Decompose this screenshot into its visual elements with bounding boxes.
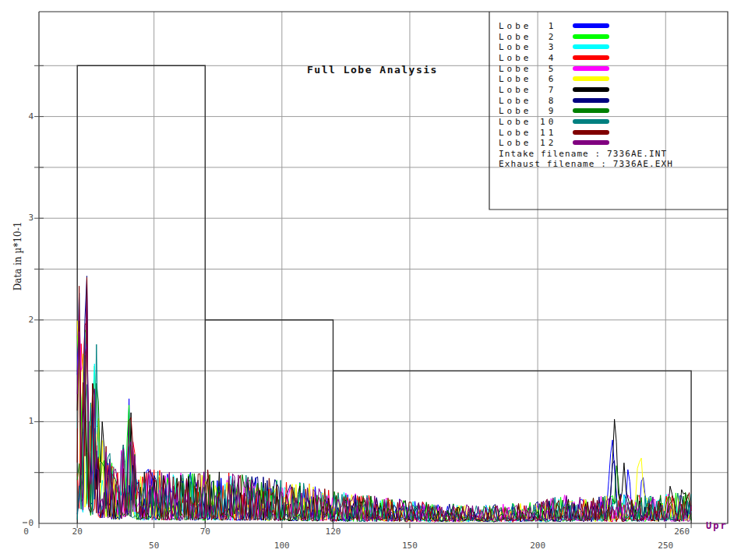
y-tick-label: 2 [15, 315, 34, 325]
x-axis-title: Upr [706, 520, 728, 531]
legend-item-label: Lobe 3 [499, 42, 556, 52]
y-tick-label: 0 [15, 518, 34, 528]
legend-item-label: Lobe 4 [499, 53, 556, 63]
x-tick-label: 260 [666, 527, 697, 537]
y-tick-label: 1 [15, 416, 34, 426]
legend-item-label: Lobe 6 [499, 74, 556, 84]
x-tick-label: 100 [266, 541, 298, 551]
x-tick-label: 120 [317, 527, 348, 537]
legend-item-label: Lobe 12 [499, 138, 556, 148]
plot-border [39, 12, 728, 523]
legend-item-label: Lobe 8 [499, 96, 556, 106]
series-line-lobe-8 [77, 276, 691, 522]
legend-color-bar [573, 44, 609, 49]
exhaust-filename-text: Exhaust filename : 7336AE.EXH [499, 159, 673, 169]
legend-color-bar [573, 119, 609, 124]
legend-color-bar [573, 130, 609, 135]
legend-item-label: Lobe 10 [499, 117, 556, 127]
legend-item-label: Lobe 9 [499, 106, 556, 116]
intake-filename-text: Intake filename : 7336AE.INT [499, 149, 667, 159]
y-axis-title: Data in µ*10-1 [12, 213, 23, 299]
y-tick-label: 4 [15, 111, 34, 122]
x-tick-label: 70 [189, 527, 221, 537]
legend-item-label: Lobe 7 [499, 85, 556, 95]
x-tick-label: 20 [62, 527, 93, 537]
legend-color-bar [573, 108, 609, 113]
chart-window: Full Lobe Analysis Data in µ*10-1 Upr Lo… [0, 0, 748, 560]
series-line-lobe-2 [77, 330, 691, 522]
legend-color-bar [573, 66, 609, 71]
legend-color-bar [573, 98, 609, 103]
legend-item-label: Lobe 2 [499, 32, 556, 42]
legend-item-label: Lobe 11 [499, 128, 556, 138]
y-tick-label: 3 [15, 213, 34, 223]
legend-color-bar [573, 87, 609, 92]
legend-color-bar [573, 55, 609, 60]
legend-item-label: Lobe 5 [499, 64, 556, 74]
legend-color-bar [573, 76, 609, 81]
x-tick-label: 200 [522, 541, 553, 551]
limit-step-line [333, 371, 692, 523]
legend-color-bar [573, 140, 609, 145]
x-tick-label: 50 [139, 541, 170, 551]
x-tick-label: 250 [650, 541, 681, 551]
x-tick-label: 150 [394, 541, 425, 551]
legend-color-bar [573, 23, 609, 28]
chart-title: Full Lobe Analysis [257, 64, 488, 76]
chart-canvas [0, 0, 748, 560]
legend-color-bar [573, 34, 609, 39]
legend-item-label: Lobe 1 [499, 21, 556, 31]
